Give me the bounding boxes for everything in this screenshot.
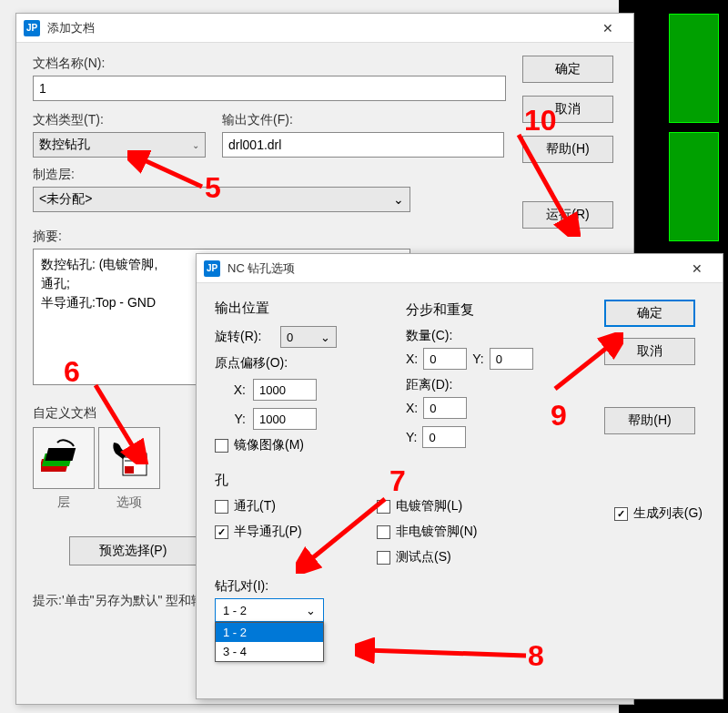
annotation-5: 5 [205, 171, 221, 205]
layer-combo[interactable]: <未分配> ⌄ [33, 187, 410, 212]
testpoint-checkbox[interactable]: 测试点(S) [377, 549, 522, 565]
chevron-down-icon: ⌄ [393, 192, 404, 207]
y-label: Y: [406, 430, 417, 444]
offset-y-input[interactable] [253, 408, 317, 430]
annotation-9: 9 [551, 399, 567, 433]
x-label: X: [406, 401, 418, 415]
arrow-8 [355, 637, 537, 669]
svg-line-11 [307, 499, 385, 563]
preview-button[interactable]: 预览选择(P) [69, 536, 197, 565]
arrow-10 [462, 127, 581, 237]
layers-icon [41, 435, 86, 481]
app-icon: JP [24, 20, 40, 36]
doc-name-input[interactable] [33, 76, 506, 101]
annotation-8: 8 [528, 639, 544, 673]
checkbox-checked-icon [215, 525, 228, 539]
arrow-9 [505, 332, 623, 396]
layers-button[interactable] [33, 427, 95, 489]
y-label: Y: [226, 412, 246, 426]
layer-btn-label: 层 [33, 494, 95, 511]
drill-option[interactable]: 1 - 2 [216, 623, 323, 642]
dialog2-titlebar: JP NC 钻孔选项 ✕ [197, 254, 723, 283]
y-label: Y: [472, 351, 483, 366]
offset-x-input[interactable] [253, 379, 317, 401]
summary-label: 摘要: [33, 229, 506, 245]
annotation-7: 7 [389, 464, 406, 498]
nc-ok-button[interactable]: 确定 [604, 300, 695, 327]
dist-y-input[interactable] [422, 426, 466, 448]
drill-option[interactable]: 3 - 4 [216, 642, 323, 661]
dialog1-titlebar: JP 添加文档 ✕ [16, 14, 633, 43]
annotation-6: 6 [64, 355, 80, 389]
annotation-10: 10 [524, 104, 557, 138]
gen-list-checkbox[interactable]: 生成列表(G) [614, 505, 703, 522]
rotate-combo[interactable]: 0 ⌄ [280, 326, 337, 348]
layer-label: 制造层: [33, 167, 506, 183]
svg-line-8 [96, 385, 136, 453]
dialog2-title: NC 钻孔选项 [228, 260, 679, 277]
ok-button[interactable]: 确定 [522, 56, 613, 83]
arrow-6 [86, 378, 150, 464]
step-repeat-label: 分步和重复 [406, 301, 570, 319]
x-label: X: [226, 382, 246, 397]
svg-rect-2 [45, 448, 76, 461]
chevron-down-icon: ⌄ [306, 604, 316, 617]
chevron-down-icon: ⌄ [192, 140, 199, 150]
checkbox-icon [215, 439, 228, 453]
drill-pair-label: 钻孔对(I): [215, 578, 590, 595]
doc-type-value: 数控钻孔 [39, 137, 90, 153]
drill-pair-combo[interactable]: 1 - 2 ⌄ [215, 598, 324, 622]
checkbox-checked-icon [614, 507, 628, 521]
drill-pair-dropdown[interactable]: 1 - 2 3 - 4 [215, 622, 324, 662]
out-file-label: 输出文件(F): [222, 112, 506, 128]
arrow-5 [127, 150, 209, 200]
plated-checkbox[interactable]: 电镀管脚(L) [377, 498, 522, 514]
svg-line-12 [366, 650, 526, 656]
nc-help-button[interactable]: 帮助(H) [604, 407, 695, 434]
svg-line-9 [519, 135, 570, 226]
doc-name-label: 文档名称(N): [33, 56, 506, 72]
svg-rect-4 [125, 466, 134, 474]
count-x-input[interactable] [423, 348, 467, 370]
x-label: X: [406, 351, 418, 366]
svg-line-7 [138, 158, 202, 187]
svg-line-10 [555, 343, 612, 389]
checkbox-icon [215, 500, 228, 514]
dist-x-input[interactable] [423, 397, 467, 419]
rotate-label: 旋转(R): [215, 329, 273, 345]
close-icon[interactable]: ✕ [590, 15, 626, 41]
layer-value: <未分配> [39, 191, 92, 208]
doc-type-label: 文档类型(T): [33, 112, 206, 128]
nc-drill-options-dialog: JP NC 钻孔选项 ✕ 输出位置 旋转(R): 0 ⌄ 原点偏移(O): X: [196, 253, 723, 699]
close-icon[interactable]: ✕ [679, 256, 715, 281]
nonplated-checkbox[interactable]: 非电镀管脚(N) [377, 524, 522, 540]
options-btn-label: 选项 [98, 494, 160, 511]
arrow-7 [296, 492, 396, 574]
dialog1-title: 添加文档 [47, 20, 590, 36]
app-icon: JP [204, 260, 220, 277]
chevron-down-icon: ⌄ [320, 331, 330, 344]
